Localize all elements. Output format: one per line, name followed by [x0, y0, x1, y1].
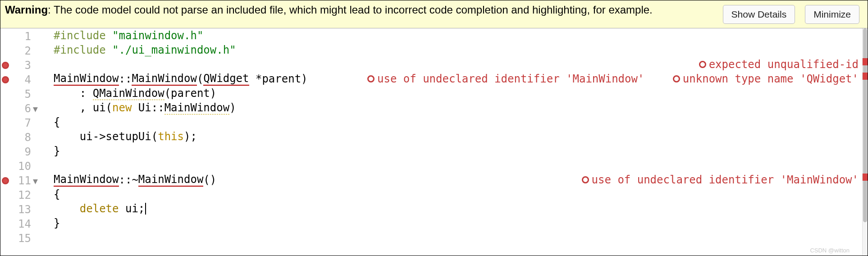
code-line[interactable]: [43, 158, 868, 173]
fold-marker: [32, 145, 43, 159]
code-token: delete: [80, 202, 119, 215]
diagnostic-message[interactable]: expected unqualified-id: [699, 58, 859, 71]
scrollbar-error-marker[interactable]: [863, 174, 868, 181]
code-line[interactable]: }: [43, 216, 868, 230]
editor: 123456789101112131415 ▼▼ #include "mainw…: [0, 28, 868, 256]
scrollbar[interactable]: [862, 28, 868, 256]
code-token: Ui::: [132, 101, 164, 114]
line-number: 1: [10, 29, 32, 44]
code-line[interactable]: #include "mainwindow.h": [43, 28, 868, 43]
gutter-line-numbers: 123456789101112131415: [10, 28, 32, 256]
code-line[interactable]: {: [43, 187, 868, 201]
error-icon: [582, 176, 589, 183]
code-line[interactable]: MainWindow::MainWindow(QWidget *parent)u…: [43, 72, 868, 86]
gutter-marker: [0, 188, 10, 202]
gutter-marker: [0, 130, 10, 145]
line-number: 7: [10, 116, 32, 130]
error-icon: [2, 177, 9, 184]
code-token: ui->setupUi(: [80, 130, 158, 143]
code-token: (: [197, 73, 203, 85]
fold-marker[interactable]: ▼: [32, 174, 43, 188]
code-line[interactable]: delete ui;: [43, 201, 868, 216]
code-token: ::: [119, 73, 132, 85]
gutter-marker: [0, 145, 10, 159]
scrollbar-error-marker[interactable]: [863, 58, 868, 65]
warning-label: Warning: [5, 4, 48, 16]
fold-marker: [32, 231, 43, 246]
diagnostic-message[interactable]: use of undeclared identifier 'MainWindow…: [367, 73, 644, 85]
code-token: ::~: [119, 174, 138, 186]
diagnostic-message[interactable]: use of undeclared identifier 'MainWindow…: [582, 174, 859, 186]
code-line[interactable]: }: [43, 144, 868, 158]
line-number: 5: [10, 87, 32, 101]
code-line[interactable]: MainWindow::~MainWindow()use of undeclar…: [43, 173, 868, 187]
diagnostic-message[interactable]: unknown type name 'QWidget': [673, 73, 859, 85]
code-token: (): [203, 174, 216, 186]
gutter-marker: [0, 29, 10, 44]
code-token: QMainWindow: [93, 87, 164, 100]
line-number: 4: [10, 73, 32, 87]
code-line[interactable]: ui->setupUi(this);: [43, 129, 868, 144]
scrollbar-thumb[interactable]: [863, 28, 867, 222]
code-line[interactable]: [43, 230, 868, 245]
code-token: MainWindow: [164, 101, 230, 114]
gutter-marker: [0, 44, 10, 58]
gutter-marker: [0, 231, 10, 246]
fold-marker: [32, 116, 43, 130]
code-token: ui;: [119, 202, 145, 215]
code-area[interactable]: #include "mainwindow.h"#include "./ui_ma…: [43, 28, 868, 256]
line-number: 3: [10, 58, 32, 73]
inline-diagnostics: use of undeclared identifier 'MainWindow…: [582, 173, 859, 187]
gutter-marker: [0, 87, 10, 101]
gutter-marker: [0, 101, 10, 116]
gutter-fold: ▼▼: [32, 28, 43, 256]
code-token: QWidget: [203, 72, 249, 86]
show-details-button[interactable]: Show Details: [723, 5, 795, 24]
diagnostic-text: use of undeclared identifier 'MainWindow…: [377, 73, 644, 85]
inline-diagnostics: use of undeclared identifier 'MainWindow…: [367, 72, 859, 86]
code-token: ): [229, 101, 236, 114]
minimize-button[interactable]: Minimize: [805, 5, 859, 24]
line-number: 14: [10, 217, 32, 231]
code-token: MainWindow: [54, 173, 119, 187]
fold-marker[interactable]: ▼: [32, 101, 43, 116]
line-number: 8: [10, 130, 32, 145]
scrollbar-error-marker[interactable]: [863, 73, 868, 80]
code-token: *parent): [249, 73, 308, 85]
gutter-marker: [0, 58, 10, 73]
line-number: 10: [10, 159, 32, 174]
fold-marker: [32, 159, 43, 174]
code-token: #include: [54, 29, 112, 42]
code-token: , ui(: [80, 101, 112, 114]
diagnostic-text: use of undeclared identifier 'MainWindow…: [592, 174, 859, 186]
fold-marker: [32, 188, 43, 202]
code-line[interactable]: #include "./ui_mainwindow.h": [43, 43, 868, 57]
code-line[interactable]: , ui(new Ui::MainWindow): [43, 101, 868, 115]
fold-marker: [32, 73, 43, 87]
inline-diagnostics: expected unqualified-id: [699, 57, 859, 72]
code-line[interactable]: expected unqualified-id: [43, 57, 868, 72]
gutter-marker: [0, 174, 10, 188]
code-token: {: [54, 116, 60, 128]
fold-marker: [32, 202, 43, 217]
code-token: :: [80, 87, 93, 100]
diagnostic-text: unknown type name 'QWidget': [683, 73, 859, 85]
error-icon: [699, 61, 706, 68]
code-token: "mainwindow.h": [112, 29, 203, 42]
code-token: (parent): [164, 87, 217, 100]
fold-marker: [32, 58, 43, 73]
gutter-marker: [0, 202, 10, 217]
fold-marker: [32, 87, 43, 101]
code-token: new: [112, 101, 132, 114]
warning-bar: Warning: The code model could not parse …: [0, 0, 868, 28]
line-number: 6: [10, 101, 32, 116]
line-number: 2: [10, 44, 32, 58]
error-icon: [367, 75, 375, 82]
code-token: "./ui_mainwindow.h": [112, 44, 236, 56]
watermark: CSDN @witton: [810, 247, 850, 254]
code-line[interactable]: {: [43, 115, 868, 129]
gutter-markers: [0, 28, 10, 256]
code-token: );: [184, 130, 197, 143]
code-line[interactable]: : QMainWindow(parent): [43, 86, 868, 101]
warning-text: Warning: The code model could not parse …: [5, 3, 723, 17]
